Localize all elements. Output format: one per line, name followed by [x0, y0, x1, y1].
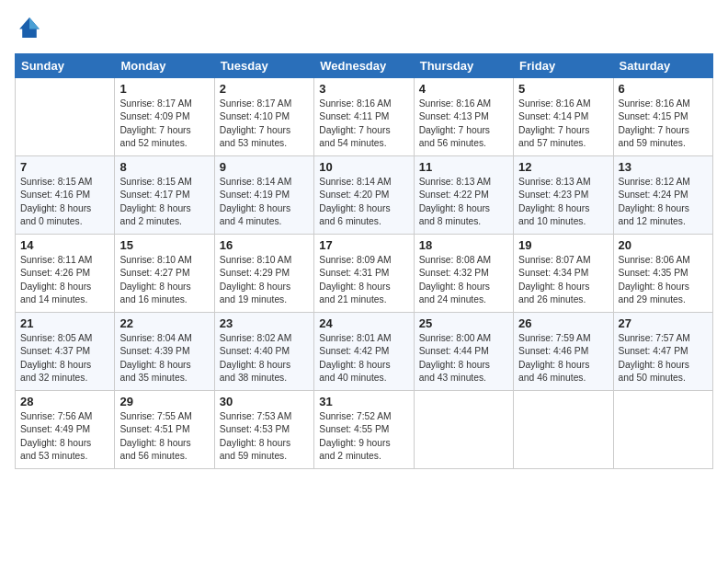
calendar-week-4: 21Sunrise: 8:05 AMSunset: 4:37 PMDayligh…: [16, 313, 713, 391]
day-number: 31: [319, 395, 408, 408]
calendar-cell: 7Sunrise: 8:15 AMSunset: 4:16 PMDaylight…: [16, 156, 115, 235]
day-number: 21: [20, 316, 109, 330]
cell-info: Sunrise: 8:02 AMSunset: 4:40 PMDaylight:…: [220, 332, 309, 385]
day-number: 1: [119, 82, 209, 96]
day-number: 15: [119, 238, 209, 252]
cell-info: Sunrise: 7:57 AMSunset: 4:47 PMDaylight:…: [619, 332, 708, 385]
day-number: 9: [220, 160, 309, 174]
header-row: SundayMondayTuesdayWednesdayThursdayFrid…: [16, 54, 713, 78]
day-number: 28: [20, 395, 109, 408]
cell-info: Sunrise: 8:17 AMSunset: 4:09 PMDaylight:…: [119, 98, 209, 151]
calendar-cell: 6Sunrise: 8:16 AMSunset: 4:15 PMDaylight…: [613, 78, 712, 156]
cell-info: Sunrise: 8:09 AMSunset: 4:31 PMDaylight:…: [319, 254, 408, 307]
col-header-sunday: Sunday: [16, 54, 115, 78]
col-header-friday: Friday: [514, 54, 613, 78]
cell-info: Sunrise: 8:10 AMSunset: 4:29 PMDaylight:…: [220, 254, 309, 307]
day-number: 25: [419, 316, 508, 330]
calendar-body: 1Sunrise: 8:17 AMSunset: 4:09 PMDaylight…: [16, 78, 713, 469]
day-number: 6: [619, 82, 708, 96]
calendar-cell: 30Sunrise: 7:53 AMSunset: 4:53 PMDayligh…: [214, 391, 313, 469]
cell-info: Sunrise: 8:16 AMSunset: 4:15 PMDaylight:…: [619, 98, 708, 151]
cell-info: Sunrise: 8:17 AMSunset: 4:10 PMDaylight:…: [220, 98, 309, 151]
day-number: 13: [619, 160, 708, 174]
cell-info: Sunrise: 8:12 AMSunset: 4:24 PMDaylight:…: [619, 176, 708, 229]
cell-info: Sunrise: 8:16 AMSunset: 4:11 PMDaylight:…: [319, 98, 408, 151]
calendar-cell: 19Sunrise: 8:07 AMSunset: 4:34 PMDayligh…: [514, 235, 613, 313]
calendar-cell: 22Sunrise: 8:04 AMSunset: 4:39 PMDayligh…: [115, 313, 214, 391]
calendar-cell: 24Sunrise: 8:01 AMSunset: 4:42 PMDayligh…: [314, 313, 414, 391]
day-number: 17: [319, 238, 408, 252]
cell-info: Sunrise: 8:10 AMSunset: 4:27 PMDaylight:…: [119, 254, 209, 307]
calendar-cell: 31Sunrise: 7:52 AMSunset: 4:55 PMDayligh…: [314, 391, 414, 469]
calendar-week-5: 28Sunrise: 7:56 AMSunset: 4:49 PMDayligh…: [16, 391, 713, 469]
cell-info: Sunrise: 8:14 AMSunset: 4:20 PMDaylight:…: [319, 176, 408, 229]
cell-info: Sunrise: 8:07 AMSunset: 4:34 PMDaylight:…: [518, 254, 608, 307]
calendar-cell: 11Sunrise: 8:13 AMSunset: 4:22 PMDayligh…: [414, 156, 513, 235]
day-number: 26: [518, 316, 608, 330]
calendar-cell: 2Sunrise: 8:17 AMSunset: 4:10 PMDaylight…: [214, 78, 313, 156]
logo: [15, 15, 42, 44]
day-number: 16: [220, 238, 309, 252]
calendar-cell: 27Sunrise: 7:57 AMSunset: 4:47 PMDayligh…: [613, 313, 712, 391]
calendar-cell: 8Sunrise: 8:15 AMSunset: 4:17 PMDaylight…: [115, 156, 214, 235]
calendar-week-1: 1Sunrise: 8:17 AMSunset: 4:09 PMDaylight…: [16, 78, 713, 156]
svg-marker-1: [29, 17, 40, 29]
day-number: 7: [20, 160, 109, 174]
day-number: 23: [220, 316, 309, 330]
cell-info: Sunrise: 8:16 AMSunset: 4:14 PMDaylight:…: [518, 98, 608, 151]
calendar-cell: 20Sunrise: 8:06 AMSunset: 4:35 PMDayligh…: [613, 235, 712, 313]
calendar-cell: 29Sunrise: 7:55 AMSunset: 4:51 PMDayligh…: [115, 391, 214, 469]
calendar-cell: 12Sunrise: 8:13 AMSunset: 4:23 PMDayligh…: [514, 156, 613, 235]
calendar-cell: 10Sunrise: 8:14 AMSunset: 4:20 PMDayligh…: [314, 156, 414, 235]
cell-info: Sunrise: 8:13 AMSunset: 4:22 PMDaylight:…: [419, 176, 508, 229]
day-number: 10: [319, 160, 408, 174]
cell-info: Sunrise: 8:05 AMSunset: 4:37 PMDaylight:…: [20, 332, 109, 385]
cell-info: Sunrise: 8:13 AMSunset: 4:23 PMDaylight:…: [518, 176, 608, 229]
calendar-cell: 14Sunrise: 8:11 AMSunset: 4:26 PMDayligh…: [16, 235, 115, 313]
cell-info: Sunrise: 8:01 AMSunset: 4:42 PMDaylight:…: [319, 332, 408, 385]
day-number: 11: [419, 160, 508, 174]
cell-info: Sunrise: 8:06 AMSunset: 4:35 PMDaylight:…: [619, 254, 708, 307]
col-header-saturday: Saturday: [613, 54, 712, 78]
cell-info: Sunrise: 7:59 AMSunset: 4:46 PMDaylight:…: [518, 332, 608, 385]
calendar-cell: 5Sunrise: 8:16 AMSunset: 4:14 PMDaylight…: [514, 78, 613, 156]
logo-icon: [17, 15, 42, 40]
calendar-cell: 9Sunrise: 8:14 AMSunset: 4:19 PMDaylight…: [214, 156, 313, 235]
day-number: 20: [619, 238, 708, 252]
calendar-cell: 25Sunrise: 8:00 AMSunset: 4:44 PMDayligh…: [414, 313, 513, 391]
day-number: 29: [119, 395, 209, 408]
cell-info: Sunrise: 7:53 AMSunset: 4:53 PMDaylight:…: [220, 410, 309, 464]
day-number: 19: [518, 238, 608, 252]
cell-info: Sunrise: 8:16 AMSunset: 4:13 PMDaylight:…: [419, 98, 508, 151]
day-number: 4: [419, 82, 508, 96]
col-header-monday: Monday: [115, 54, 214, 78]
calendar-cell: 21Sunrise: 8:05 AMSunset: 4:37 PMDayligh…: [16, 313, 115, 391]
page-container: SundayMondayTuesdayWednesdayThursdayFrid…: [0, 0, 728, 477]
day-number: 14: [20, 238, 109, 252]
day-number: 12: [518, 160, 608, 174]
day-number: 24: [319, 316, 408, 330]
day-number: 3: [319, 82, 408, 96]
cell-info: Sunrise: 8:15 AMSunset: 4:17 PMDaylight:…: [119, 176, 209, 229]
calendar-cell: 17Sunrise: 8:09 AMSunset: 4:31 PMDayligh…: [314, 235, 414, 313]
calendar-cell: [514, 391, 613, 469]
day-number: 22: [119, 316, 209, 330]
cell-info: Sunrise: 7:52 AMSunset: 4:55 PMDaylight:…: [319, 410, 408, 464]
cell-info: Sunrise: 7:56 AMSunset: 4:49 PMDaylight:…: [20, 410, 109, 464]
calendar-week-2: 7Sunrise: 8:15 AMSunset: 4:16 PMDaylight…: [16, 156, 713, 235]
cell-info: Sunrise: 7:55 AMSunset: 4:51 PMDaylight:…: [119, 410, 209, 464]
day-number: 2: [220, 82, 309, 96]
day-number: 27: [619, 316, 708, 330]
calendar-cell: 15Sunrise: 8:10 AMSunset: 4:27 PMDayligh…: [115, 235, 214, 313]
calendar-cell: 28Sunrise: 7:56 AMSunset: 4:49 PMDayligh…: [16, 391, 115, 469]
calendar-cell: 26Sunrise: 7:59 AMSunset: 4:46 PMDayligh…: [514, 313, 613, 391]
cell-info: Sunrise: 8:08 AMSunset: 4:32 PMDaylight:…: [419, 254, 508, 307]
calendar-cell: 3Sunrise: 8:16 AMSunset: 4:11 PMDaylight…: [314, 78, 414, 156]
calendar-cell: [613, 391, 712, 469]
day-number: 18: [419, 238, 508, 252]
col-header-wednesday: Wednesday: [314, 54, 414, 78]
col-header-thursday: Thursday: [414, 54, 513, 78]
calendar-cell: [16, 78, 115, 156]
cell-info: Sunrise: 8:14 AMSunset: 4:19 PMDaylight:…: [220, 176, 309, 229]
calendar-cell: 4Sunrise: 8:16 AMSunset: 4:13 PMDaylight…: [414, 78, 513, 156]
